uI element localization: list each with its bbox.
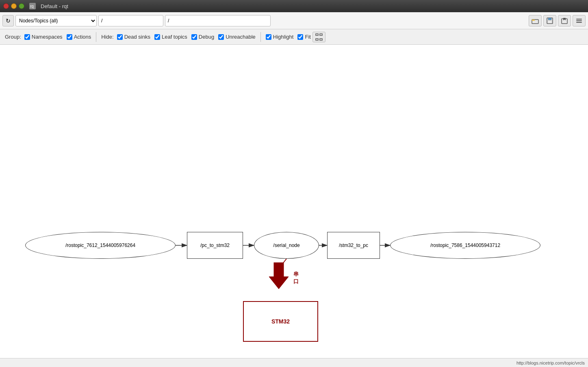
unreachable-label: Unreachable: [226, 34, 256, 40]
namespaces-checkbox-item[interactable]: Namespaces: [24, 34, 63, 40]
svg-rect-3: [532, 20, 535, 21]
menu-button[interactable]: [573, 15, 586, 26]
fit-view-icon: [315, 33, 323, 41]
node-rostopic-left[interactable]: /rostopic_7612_1544005976264: [25, 232, 176, 259]
node-serial-node[interactable]: /serial_node: [254, 232, 319, 259]
open-button[interactable]: [529, 15, 542, 26]
node-pc-to-stm32-label: /pc_to_stm32: [200, 242, 230, 248]
open-icon: [532, 17, 539, 24]
svg-rect-10: [576, 22, 582, 23]
group-label: Group:: [5, 34, 21, 40]
fit-label: Fit: [305, 34, 310, 40]
export-icon: [561, 17, 568, 24]
hide-label: Hide:: [101, 34, 113, 40]
fit-view-button[interactable]: [312, 32, 325, 42]
node-rostopic-right-label: /rostopic_7586_1544005943712: [430, 242, 500, 248]
node-pc-to-stm32[interactable]: /pc_to_stm32: [187, 232, 243, 259]
unreachable-checkbox[interactable]: [218, 34, 224, 40]
graph-area[interactable]: /rostopic_7612_1544005976264 /pc_to_stm3…: [0, 45, 588, 358]
svg-rect-6: [548, 21, 552, 23]
dead-sinks-checkbox[interactable]: [117, 34, 123, 40]
highlight-checkbox-item[interactable]: Highlight: [266, 34, 294, 40]
toolbar-right: [529, 15, 586, 26]
toolbar: ↻ Nodes/Topics (all) Nodes only Topics o…: [0, 12, 588, 29]
export-button[interactable]: [558, 15, 571, 26]
debug-checkbox-item[interactable]: Debug: [191, 34, 214, 40]
save-button[interactable]: [543, 15, 556, 26]
back-button[interactable]: ↻: [2, 15, 14, 26]
back-icon: ↻: [6, 17, 11, 24]
unreachable-checkbox-item[interactable]: Unreachable: [218, 34, 256, 40]
dead-sinks-checkbox-item[interactable]: Dead sinks: [117, 34, 150, 40]
debug-label: Debug: [199, 34, 214, 40]
svg-rect-9: [576, 20, 582, 21]
node-stm32-to-pc-label: /stm32_to_pc: [339, 242, 368, 248]
svg-text:rq: rq: [30, 4, 34, 9]
actions-label: Actions: [74, 34, 91, 40]
menu-icon: [575, 17, 583, 24]
options-bar: Group: Namespaces Actions Hide: Dead sin…: [0, 29, 588, 45]
svg-rect-8: [576, 19, 582, 20]
namespaces-label: Namespaces: [32, 34, 63, 40]
node-serial-node-label: /serial_node: [273, 242, 299, 248]
svg-rect-5: [548, 18, 551, 20]
node-rostopic-left-label: /rostopic_7612_1544005976264: [65, 242, 135, 248]
highlight-label: Highlight: [273, 34, 294, 40]
serial-port-label: 串 口: [293, 271, 299, 285]
maximize-button[interactable]: [19, 3, 24, 9]
leaf-topics-checkbox[interactable]: [154, 34, 160, 40]
node-rostopic-right[interactable]: /rostopic_7586_1544005943712: [390, 232, 540, 259]
window-controls[interactable]: [3, 3, 24, 9]
highlight-checkbox[interactable]: [266, 34, 271, 40]
leaf-topics-checkbox-item[interactable]: Leaf topics: [154, 34, 187, 40]
filter-input-2[interactable]: [165, 15, 271, 26]
view-mode-dropdown[interactable]: Nodes/Topics (all) Nodes only Topics onl…: [15, 15, 97, 26]
minimize-button[interactable]: [11, 3, 17, 9]
close-button[interactable]: [3, 3, 9, 9]
window-title: Default - rqt: [41, 3, 68, 9]
node-stm32[interactable]: STM32: [243, 301, 318, 342]
node-stm32-label: STM32: [271, 318, 290, 325]
actions-checkbox[interactable]: [67, 34, 72, 40]
svg-rect-12: [320, 34, 322, 35]
dead-sinks-label: Dead sinks: [124, 34, 150, 40]
node-stm32-to-pc[interactable]: /stm32_to_pc: [327, 232, 380, 259]
svg-rect-13: [316, 39, 318, 40]
fit-checkbox-item[interactable]: Fit: [297, 34, 310, 40]
filter-input-1[interactable]: [98, 15, 163, 26]
debug-checkbox[interactable]: [191, 34, 197, 40]
actions-checkbox-item[interactable]: Actions: [67, 34, 91, 40]
titlebar: rq Default - rqt: [0, 0, 588, 12]
status-url: http://blogs.nicetrip.com/topic/vrcls: [516, 360, 585, 365]
down-arrow-svg: [267, 262, 291, 295]
svg-marker-21: [269, 262, 289, 289]
save-icon: [546, 17, 553, 24]
svg-rect-11: [316, 34, 318, 35]
svg-rect-14: [320, 39, 322, 40]
fit-checkbox[interactable]: [297, 34, 303, 40]
app-icon: rq: [29, 3, 36, 9]
leaf-topics-label: Leaf topics: [162, 34, 187, 40]
statusbar: http://blogs.nicetrip.com/topic/vrcls: [0, 358, 588, 367]
namespaces-checkbox[interactable]: [24, 34, 30, 40]
